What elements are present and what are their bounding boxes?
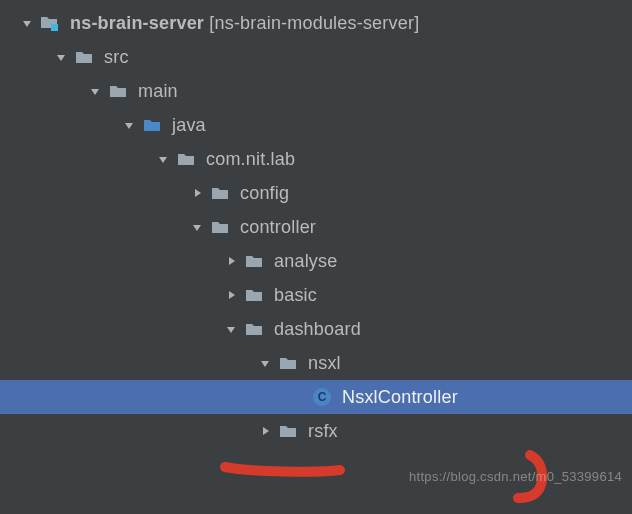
tree-package-dashboard[interactable]: dashboard [0, 312, 632, 346]
tree-folder-main[interactable]: main [0, 74, 632, 108]
chevron-down-icon[interactable] [152, 153, 174, 165]
chevron-right-icon[interactable] [186, 187, 208, 199]
folder-label: main [138, 81, 178, 102]
package-label: dashboard [274, 319, 361, 340]
java-class-icon [310, 387, 334, 407]
chevron-down-icon[interactable] [16, 17, 38, 29]
folder-icon [72, 48, 96, 66]
tree-package-rsfx[interactable]: rsfx [0, 414, 632, 448]
chevron-down-icon[interactable] [220, 323, 242, 335]
module-label: ns-brain-server [ns-brain-modules-server… [70, 13, 419, 34]
class-label: NsxlController [342, 387, 458, 408]
tree-folder-src[interactable]: src [0, 40, 632, 74]
package-label: config [240, 183, 289, 204]
folder-icon [106, 82, 130, 100]
chevron-right-icon[interactable] [220, 255, 242, 267]
package-icon [208, 218, 232, 236]
chevron-right-icon[interactable] [254, 425, 276, 437]
package-icon [242, 320, 266, 338]
tree-package-analyse[interactable]: analyse [0, 244, 632, 278]
tree-class-nsxlcontroller[interactable]: NsxlController [0, 380, 632, 414]
tree-package-config[interactable]: config [0, 176, 632, 210]
chevron-right-icon[interactable] [220, 289, 242, 301]
folder-label: java [172, 115, 206, 136]
package-icon [276, 354, 300, 372]
chevron-down-icon[interactable] [84, 85, 106, 97]
package-label: analyse [274, 251, 337, 272]
chevron-down-icon[interactable] [186, 221, 208, 233]
package-label: basic [274, 285, 317, 306]
package-icon [174, 150, 198, 168]
package-icon [242, 286, 266, 304]
tree-module-root[interactable]: ns-brain-server [ns-brain-modules-server… [0, 6, 632, 40]
tree-package-nsxl[interactable]: nsxl [0, 346, 632, 380]
chevron-down-icon[interactable] [50, 51, 72, 63]
package-label: controller [240, 217, 316, 238]
source-folder-icon [140, 116, 164, 134]
tree-folder-java[interactable]: java [0, 108, 632, 142]
package-icon [276, 422, 300, 440]
tree-package-basic[interactable]: basic [0, 278, 632, 312]
chevron-down-icon[interactable] [254, 357, 276, 369]
tree-package[interactable]: com.nit.lab [0, 142, 632, 176]
module-folder-icon [38, 13, 62, 33]
package-label: rsfx [308, 421, 338, 442]
package-label: com.nit.lab [206, 149, 295, 170]
folder-label: src [104, 47, 129, 68]
project-tree[interactable]: ns-brain-server [ns-brain-modules-server… [0, 0, 632, 448]
package-label: nsxl [308, 353, 341, 374]
watermark: https://blog.csdn.net/m0_53399614 [409, 469, 622, 484]
package-icon [242, 252, 266, 270]
chevron-down-icon[interactable] [118, 119, 140, 131]
package-icon [208, 184, 232, 202]
tree-package-controller[interactable]: controller [0, 210, 632, 244]
